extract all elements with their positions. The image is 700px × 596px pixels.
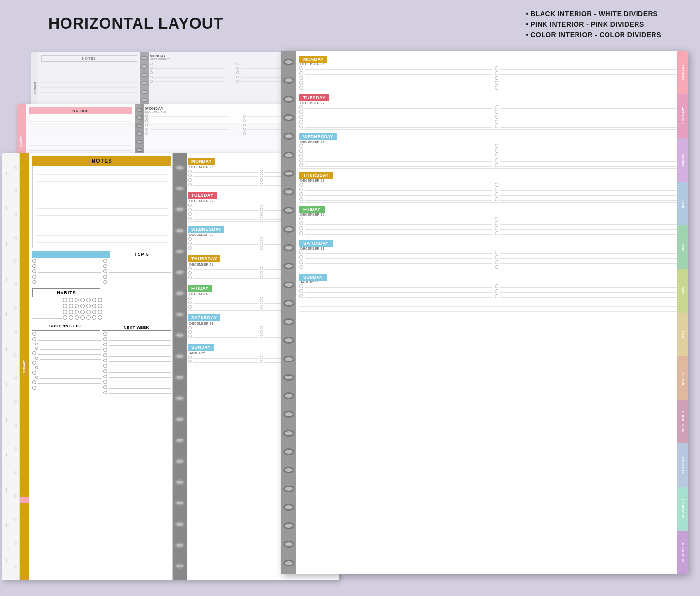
rp-spiral [281, 51, 296, 574]
tab-april: APRIL [677, 182, 688, 225]
bottom-lists [32, 332, 171, 396]
bullet-item-1: BLACK INTERIOR - WHITE DIVIDERS [526, 10, 661, 17]
notes-body [32, 166, 171, 248]
notes-header: NOTES [32, 156, 171, 166]
nb1-note-lines [41, 63, 137, 102]
tab-october: OCTOBER [677, 443, 688, 487]
tab-september: SEPTEMBER [677, 400, 688, 443]
rp-monday: MONDAY DECEMBER 26 [299, 54, 687, 91]
tab-january: JANUARY [677, 51, 688, 94]
tab-august: AUGUST [677, 356, 688, 400]
rp-tuesday: TUESDAY DECEMBER 27 [299, 93, 687, 130]
tab-february: FEBRUARY [677, 94, 688, 138]
rp-thursday: THURSDAY DECEMBER 29 [299, 170, 687, 203]
nb2-notes-header: NOTES [29, 107, 132, 114]
rp-saturday: SATURDAY DECEMBER 31 [299, 238, 687, 270]
next-week-label: NEXT WEEK [102, 324, 172, 331]
habits-rows [32, 298, 171, 320]
rp-bottom-deco [299, 302, 687, 316]
tab-june: JUNE [677, 269, 688, 313]
rp-right-page: MONDAY DECEMBER 26 [296, 51, 688, 574]
rp-wednesday: WEDNESDAY DECEMBER 28 [299, 131, 687, 169]
page-title: HORIZONTAL LAYOUT [48, 15, 223, 32]
bottom-labels: SHOPPING LIST NEXT WEEK [32, 324, 171, 331]
top5-list [32, 259, 171, 285]
tab-november: NOVEMBER [677, 487, 688, 531]
blue-accent-bar [32, 251, 110, 258]
month-tabs: JANUARY FEBRUARY MARCH APRIL MAY JUNE JU… [677, 51, 688, 574]
top5-label: TOP 5 [112, 252, 171, 257]
top5-col1 [32, 259, 101, 285]
top5-col2 [103, 259, 172, 285]
jan-tab-main: JANUARY [20, 153, 29, 580]
right-planner: MONDAY DECEMBER 26 [281, 51, 688, 574]
jan-tab-nb1: JANUARY [33, 82, 36, 94]
rp-sunday: SUNDAY JANUARY 1 [299, 272, 687, 299]
bullet-item-2: PINK INTERIOR - PINK DIVIDERS [526, 20, 661, 28]
tab-december: DECEMBER [677, 531, 688, 574]
tab-july: JULY [677, 313, 688, 356]
feature-list: BLACK INTERIOR - WHITE DIVIDERS PINK INT… [526, 10, 661, 42]
main-spiral [173, 153, 187, 580]
habits-header: HABITS [32, 288, 100, 297]
tab-may: MAY [677, 225, 688, 269]
main-left-page: NOTES TOP 5 [29, 153, 173, 580]
top5-bar-section: TOP 5 [32, 251, 171, 258]
shopping-label: SHOPPING LIST [32, 324, 100, 331]
left-decoration: ❯ ❯ ❯ ❯ ❯ ❯ ❯ ❯ ❯ ❯ ❯ ❯ [2, 153, 20, 580]
nb1-notes-header: NOTES [41, 55, 137, 62]
bullet-item-3: COLOR INTERIOR - COLOR DIVIDERS [526, 31, 661, 39]
rp-friday: FRIDAY DECEMBER 30 [299, 204, 687, 236]
next-week-list [103, 332, 172, 396]
shopping-list [32, 332, 101, 396]
tab-march: MARCH [677, 138, 688, 182]
